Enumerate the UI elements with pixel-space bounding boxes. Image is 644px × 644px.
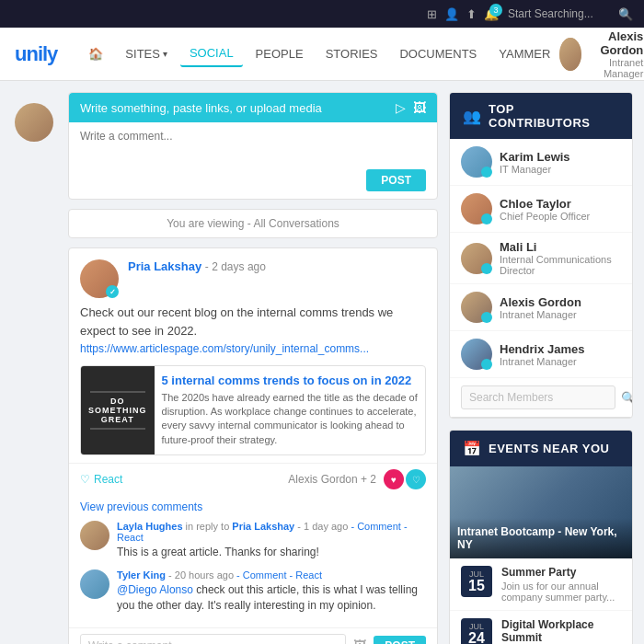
preview-text: DO SOMETHING GREAT [88,397,147,424]
image-attach-icon[interactable]: 🖼 [353,638,366,644]
contributor-badge-1 [481,167,492,178]
left-col [11,92,57,644]
comment-text-layla: This is a great article. Thanks for shar… [117,545,426,560]
post-box-header-actions: ▷ 🖼 [396,100,426,115]
comment-link-layla[interactable]: Comment [357,521,401,532]
comment-submit-button[interactable]: POST [374,636,426,644]
contributor-item-1: Karim Lewis IT Manager [450,139,632,186]
event-title-1[interactable]: Summer Party [501,566,621,579]
feed-preview[interactable]: DO SOMETHING GREAT 5 internal comms tren… [80,365,426,456]
nav-item-documents[interactable]: DOCUMENTS [390,41,486,66]
feed-author-name[interactable]: Pria Lakshay - 2 days ago [128,259,266,273]
feed-meta: Pria Lakshay - 2 days ago [128,259,426,273]
contributor-info-4: Alexis Gordon Intranet Manager [500,295,621,320]
comment-body-tyler: Tyler King - 20 hours ago - Comment - Re… [117,569,426,614]
post-button[interactable]: POST [366,169,426,191]
search-members: 🔍 [450,378,632,418]
nav-item-home[interactable]: 🏠 [79,41,112,66]
events-featured-image[interactable]: Intranet Bootcamp - New York, NY [450,466,632,558]
react-avatars: ♥ ♡ [384,469,426,489]
comment-reply-to[interactable]: Pria Lakshay [232,521,294,532]
contributor-role-1: IT Manager [500,164,621,175]
react-link-tyler[interactable]: React [295,569,322,581]
nav-avatar-img [559,38,581,71]
avatar [559,38,581,71]
contributor-item-4: Alexis Gordon Intranet Manager [450,284,632,331]
nav-user-info: Alexis Gordon Intranet Manager [589,29,643,79]
nav-item-stories[interactable]: STORIES [316,41,387,66]
contributor-badge-3 [481,263,492,274]
nav-item-sites-label: SITES [125,47,160,61]
comment-avatar-tyler [80,569,109,599]
topbar-icons: ⊞ 👤 ⬆ 🔔3 [427,7,499,21]
event-title-2[interactable]: Digital Workplace Summit [501,618,621,644]
post-box-body [69,122,437,166]
nav-item-people[interactable]: PEOPLE [247,41,313,66]
right-col: 👥 TOP CONTRIBUTORS Karim Lewis IT Manage… [449,92,633,644]
feed-author-avatar: ✓ [80,259,119,298]
topbar-search-icon[interactable]: 🔍 [618,7,633,21]
nav-item-yammer-label: YAMMER [499,47,550,61]
nav-item-social[interactable]: SOCIAL [180,40,243,67]
feed-link[interactable]: https://www.articlespage.com/story/unily… [80,342,369,355]
contributor-name-2[interactable]: Chloe Taylor [500,197,621,211]
contributor-role-4: Intranet Manager [500,309,621,320]
comment-input[interactable] [80,634,346,644]
contributor-role-2: Chief People Officer [500,211,621,222]
feed-item: ✓ Pria Lakshay - 2 days ago Check out ou… [68,247,438,644]
image-upload-icon[interactable]: 🖼 [413,100,426,115]
comment-mention[interactable]: @Diego Alonso [117,583,193,596]
nav-links: 🏠 SITES ▾ SOCIAL PEOPLE STORIES DOCUMENT… [79,40,559,67]
contributor-item-5: Hendrix James Intranet Manager [450,331,632,378]
react-link-layla[interactable]: React [117,532,144,543]
comment-author-tyler[interactable]: Tyler King [117,569,166,581]
search-members-input[interactable] [461,385,615,409]
grid-icon[interactable]: ⊞ [427,7,437,21]
event-day-2: 24 [466,631,487,644]
video-icon[interactable]: ▷ [396,100,406,115]
comment-input-row: 🖼 POST [69,627,437,644]
contributor-avatar-3 [461,243,492,274]
post-box-textarea[interactable] [80,130,426,155]
contributor-name-3[interactable]: Mali Li [500,240,621,254]
contributor-badge-2 [481,213,492,224]
heart-outline-icon: ♡ [80,473,90,486]
nav-user-role: Intranet Manager [589,57,643,79]
topbar-search-input[interactable] [508,7,618,20]
post-box-placeholder[interactable]: Write something, paste links, or upload … [80,101,396,115]
search-members-icon[interactable]: 🔍 [621,391,633,405]
logo: unily [15,42,57,66]
post-box-footer: POST [69,166,437,199]
nav-item-documents-label: DOCUMENTS [399,47,477,61]
feed-preview-desc: The 2020s have already earned the title … [162,391,418,448]
view-previous-comments[interactable]: View previous comments [80,500,426,513]
navbar: unily 🏠 SITES ▾ SOCIAL PEOPLE STORIES DO… [0,28,644,81]
avatar-badge: ✓ [106,285,119,298]
contributor-avatar-4 [461,292,492,323]
comment-link-tyler[interactable]: Comment [243,569,287,581]
contributor-name-1[interactable]: Karim Lewis [500,150,621,164]
react-button[interactable]: ♡ React [80,473,122,486]
comment-time-layla: - 1 day ago [297,521,348,532]
feed-preview-content: 5 internal comms trends to focus on in 2… [155,366,425,455]
contributor-name-4[interactable]: Alexis Gordon [500,295,621,309]
contributor-name-5[interactable]: Hendrix James [500,342,621,356]
comment-meta-layla: Layla Hughes in reply to Pria Lakshay - … [117,521,426,543]
event-date-badge-1: Jul 15 [461,566,492,597]
nav-item-sites[interactable]: SITES ▾ [116,41,177,66]
user-icon[interactable]: 👤 [444,7,459,21]
home-icon: 🏠 [88,47,103,61]
react-by: Alexis Gordon + 2 [288,473,376,486]
comment-reply-indicator: in reply to [186,521,233,532]
contributor-role-5: Intranet Manager [500,356,621,367]
contributor-badge-4 [481,312,492,323]
bell-icon[interactable]: 🔔3 [484,7,499,21]
share-icon[interactable]: ⬆ [466,7,477,21]
comment-avatar-layla [80,521,109,550]
events-title: EVENTS NEAR YOU [489,442,610,455]
nav-user-name: Alexis Gordon [589,29,643,57]
event-item-1: Jul 15 Summer Party Join us for our annu… [450,558,632,611]
react-avatar-2: ♡ [406,469,426,489]
nav-item-yammer[interactable]: YAMMER [489,41,559,66]
comment-author-layla[interactable]: Layla Hughes [117,521,183,532]
